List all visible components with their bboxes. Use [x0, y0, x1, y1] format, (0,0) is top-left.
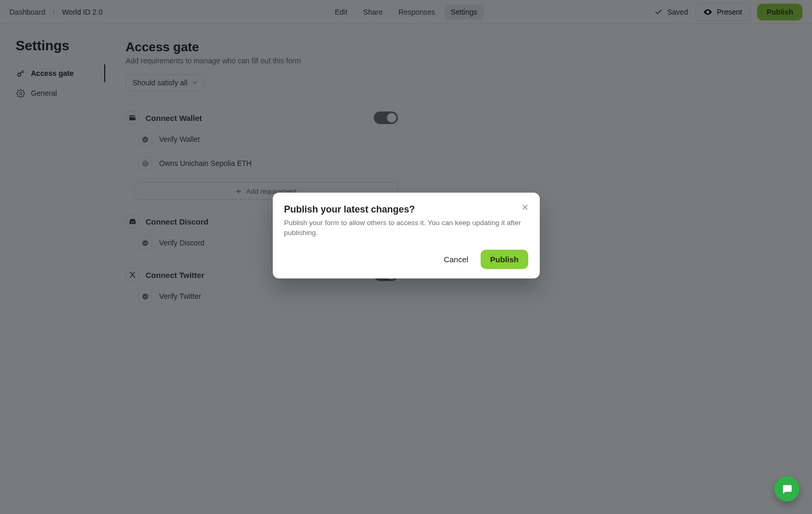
- publish-modal: Publish your latest changes? Publish you…: [273, 193, 540, 278]
- modal-overlay[interactable]: Publish your latest changes? Publish you…: [0, 0, 812, 514]
- modal-body: Publish your form to allow others to acc…: [284, 218, 528, 238]
- modal-title: Publish your latest changes?: [284, 204, 528, 215]
- modal-actions: Cancel Publish: [284, 250, 528, 269]
- close-icon: [521, 203, 529, 211]
- confirm-publish-button[interactable]: Publish: [481, 250, 528, 269]
- chat-launcher[interactable]: [774, 476, 799, 501]
- chat-icon: [781, 483, 793, 495]
- cancel-button[interactable]: Cancel: [439, 250, 474, 269]
- close-button[interactable]: [518, 200, 532, 215]
